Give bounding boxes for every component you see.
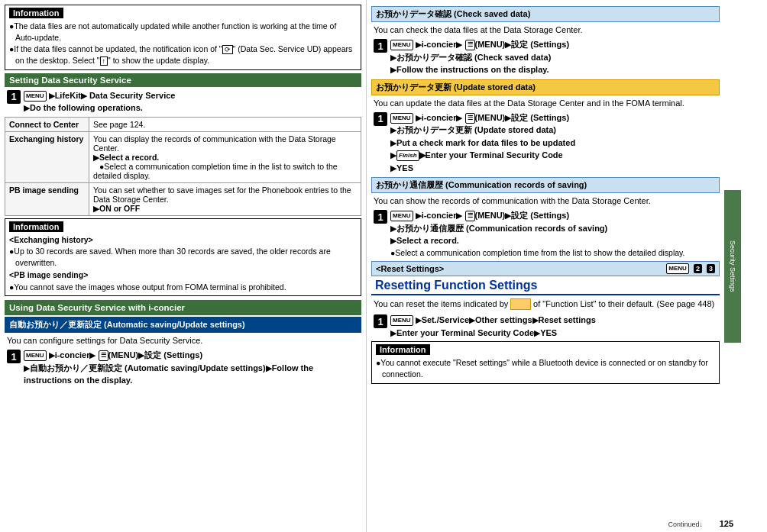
check-header: お預かりデータ確認 (Check saved data)	[371, 6, 720, 22]
check-step-1: 1 MENU ▶i-concier▶ ☰(MENU)▶設定 (Settings)…	[371, 38, 720, 76]
auto-step-1-content: MENU ▶i-concier▶ ☰(MENU)▶設定 (Settings) ▶…	[24, 349, 361, 387]
step-1-block: 1 MENU ▶LifeKit▶ Data Security Service▶D…	[5, 89, 361, 114]
table-cell-content: You can display the records of communica…	[89, 131, 361, 182]
right-panel-inner: お預かりデータ確認 (Check saved data) You can che…	[367, 0, 724, 389]
reset-main-title: Resetting Function Settings	[371, 277, 720, 295]
info2-line1: ●Up to 30 records are saved. When more t…	[9, 246, 357, 269]
auto-step-1-num: 1	[7, 350, 21, 363]
reset-step-num: 1	[374, 314, 387, 328]
setting-header: Setting Data Security Service	[5, 73, 361, 87]
info2-line2: ●You cannot save the images whose output…	[9, 282, 357, 294]
info2-title2: <PB image sending>	[9, 269, 357, 282]
info-box-1: Information ●The data files are not auto…	[5, 5, 361, 70]
reset-step-1: 1 MENU ▶Set./Service▶Other settings▶Rese…	[371, 314, 720, 339]
check-step-text: ▶i-concier▶ ☰(MENU)▶設定 (Settings) ▶お預かりデ…	[390, 40, 569, 74]
menu-icon-check2: ☰	[465, 40, 475, 50]
info-box-2: Information <Exchanging history> ●Up to …	[5, 218, 361, 296]
comm-step-content: MENU ▶i-concier▶ ☰(MENU)▶設定 (Settings) ▶…	[390, 209, 685, 259]
update-step-content: MENU ▶i-concier▶ ☰(MENU)▶設定 (Settings) ▶…	[390, 111, 575, 175]
update-step-num: 1	[374, 112, 387, 126]
operations-table: Connect to Center See page 124. Exchangi…	[5, 117, 361, 216]
check-header-text: お預かりデータ確認 (Check saved data)	[376, 9, 530, 18]
auto-header: 自動お預かり／更新設定 (Automatic saving/Update set…	[5, 317, 361, 333]
update-step-text: ▶i-concier▶ ☰(MENU)▶設定 (Settings) ▶お預かりデ…	[390, 113, 575, 172]
comm-header: お預かり通信履歴 (Communication records of savin…	[371, 177, 720, 193]
comm-step-num: 1	[374, 210, 387, 224]
reset-bar: <Reset Settings> MENU 2 3	[371, 261, 720, 276]
info-box-1-header: Information	[9, 8, 63, 18]
update-header: お預かりデータ更新 (Update stored data)	[371, 79, 720, 95]
table-row: PB image sending You can set whether to …	[5, 182, 361, 215]
reset-step-text: ▶Set./Service▶Other settings▶Reset setti…	[390, 315, 596, 337]
check-step-content: MENU ▶i-concier▶ ☰(MENU)▶設定 (Settings) ▶…	[390, 38, 569, 76]
table-cell-label: Exchanging history	[5, 131, 89, 182]
table-row: Exchanging history You can display the r…	[5, 131, 361, 182]
info2-title1: <Exchanging history>	[9, 234, 357, 247]
check-desc: You can check the data files at the Data…	[371, 24, 720, 36]
step-1-text: ▶LifeKit▶ Data Security Service▶Do the f…	[24, 91, 175, 113]
menu-icon-auto: MENU	[24, 350, 47, 361]
reset-desc-text1: You can reset the items indicated by	[374, 299, 508, 308]
page-num-text: 125	[720, 519, 733, 528]
reset-bar-label: <Reset Settings>	[376, 264, 444, 273]
step-1-content: MENU ▶LifeKit▶ Data Security Service▶Do …	[24, 89, 175, 114]
check-step-num: 1	[374, 39, 387, 53]
update-step-1: 1 MENU ▶i-concier▶ ☰(MENU)▶設定 (Settings)…	[371, 111, 720, 175]
menu-icon-upd2: ☰	[465, 113, 475, 124]
menu-icon-m: ☰	[99, 350, 108, 361]
continued-text: Continued↓	[668, 521, 703, 528]
using-header: Using Data Security Service with i-conci…	[5, 300, 361, 315]
menu-icon-upd1: MENU	[390, 113, 413, 124]
side-tab: Security Settings	[724, 190, 741, 343]
table-cell-content: You can set whether to save images set f…	[89, 182, 361, 215]
right-panel: お預かりデータ確認 (Check saved data) You can che…	[367, 0, 741, 532]
default-highlight	[510, 298, 531, 310]
table-cell-label: Connect to Center	[5, 117, 89, 131]
step-1-num: 1	[7, 90, 21, 104]
reset-menu-nums: MENU 2 3	[666, 263, 715, 274]
info-line-1: ●The data files are not automatically up…	[9, 21, 357, 44]
reset-num-3: 3	[707, 264, 715, 273]
reset-desc-text2: of "Function List" to their default. (Se…	[533, 299, 714, 308]
table-cell-label: PB image sending	[5, 182, 89, 215]
comm-header-text: お預かり通信履歴 (Communication records of savin…	[376, 180, 587, 189]
finish-button-icon: Finish	[396, 150, 419, 161]
menu-icon-reset: MENU	[666, 263, 689, 274]
update-header-text: お預かりデータ更新 (Update stored data)	[376, 82, 536, 92]
menu-icon-1: MENU	[24, 91, 47, 102]
auto-step-1-block: 1 MENU ▶i-concier▶ ☰(MENU)▶設定 (Settings)…	[5, 349, 361, 387]
info-box-2-header: Information	[9, 221, 63, 232]
menu-icon-check1: MENU	[390, 40, 413, 50]
side-tab-text: Security Settings	[729, 240, 736, 292]
reset-num-2: 2	[694, 264, 702, 273]
table-row: Connect to Center See page 124.	[5, 117, 361, 131]
info-right-line1: ●You cannot execute "Reset settings" whi…	[376, 357, 715, 380]
continued-label: Continued↓	[668, 521, 703, 528]
menu-icon-rst1: MENU	[390, 315, 413, 326]
page-number: 125	[720, 519, 733, 528]
auto-desc: You can configure settings for Data Secu…	[5, 334, 361, 347]
comm-step-text: ▶i-concier▶ ☰(MENU)▶設定 (Settings) ▶お預かり通…	[390, 211, 685, 259]
comm-step-1: 1 MENU ▶i-concier▶ ☰(MENU)▶設定 (Settings)…	[371, 209, 720, 259]
info-line-2: ●If the data files cannot be updated, th…	[9, 44, 357, 66]
info-box-right-header: Information	[376, 344, 430, 355]
auto-step-text1: ▶i-concier▶ ☰(MENU)▶設定 (Settings) ▶自動お預か…	[24, 350, 313, 385]
reset-desc: You can reset the items indicated by of …	[371, 297, 720, 311]
reset-step-content: MENU ▶Set./Service▶Other settings▶Reset …	[390, 314, 596, 339]
comm-desc: You can show the records of communicatio…	[371, 195, 720, 207]
menu-icon-comm1: MENU	[390, 211, 413, 221]
table-cell-content: See page 124.	[89, 117, 361, 131]
menu-icon-comm2: ☰	[465, 211, 475, 221]
left-panel: Information ●The data files are not auto…	[0, 0, 367, 532]
info-box-right: Information ●You cannot execute "Reset s…	[371, 341, 720, 383]
update-desc: You can update the data files at the Dat…	[371, 97, 720, 109]
